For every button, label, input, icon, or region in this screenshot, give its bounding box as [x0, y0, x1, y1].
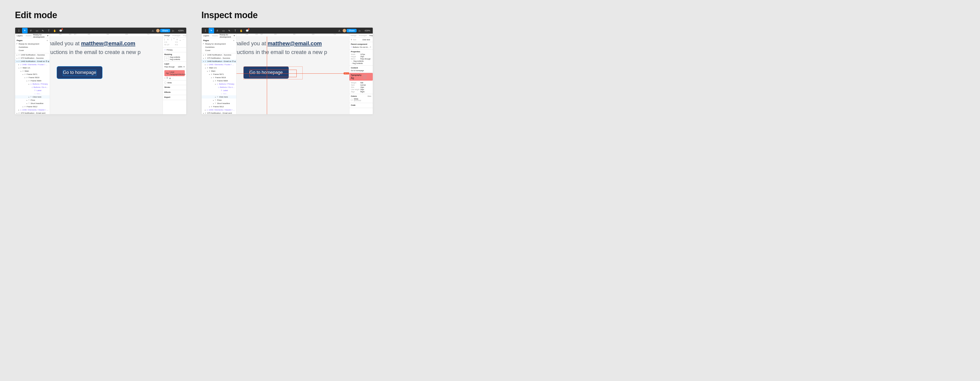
avatar[interactable]	[343, 29, 346, 32]
visibility-icon[interactable]: ◉	[234, 61, 236, 62]
layer-row[interactable]: ▸#Frame 5884	[202, 79, 236, 82]
layer-row[interactable]: TLabel	[15, 89, 50, 92]
page-item[interactable]: Ready for development	[202, 42, 236, 46]
layer-row[interactable]: ▸#Main 1/1	[202, 66, 236, 69]
layer-row[interactable]: ▸TPrice	[202, 99, 236, 102]
chevron-icon[interactable]: ▸	[203, 112, 204, 114]
chevron-icon[interactable]: ▸	[20, 70, 22, 72]
chevron-icon[interactable]: ▸	[213, 80, 214, 81]
missing-fonts-icon[interactable]: ⚠	[150, 28, 156, 33]
tab-inspect[interactable]: Inspect	[181, 33, 186, 38]
layer-row[interactable]: ▾#1448 Notification - Email sent⦿◉	[202, 60, 236, 63]
hand-tool[interactable]: ✋	[52, 28, 57, 33]
chevron-icon[interactable]: ▸	[205, 64, 206, 65]
y-value[interactable]: 0	[177, 41, 178, 43]
layer-row[interactable]: ▸TPrice	[15, 99, 50, 102]
chevron-icon[interactable]: ▸	[203, 57, 204, 59]
avatar[interactable]	[156, 29, 160, 32]
tab-prototype[interactable]: Prototype	[171, 33, 181, 38]
layer-row[interactable]: ▸#375 Notification - Email sent	[15, 112, 50, 114]
page-item[interactable]: Ready for development	[15, 42, 50, 46]
layer-row[interactable]: ▸#375 Notification - Success	[15, 56, 50, 60]
layer-row[interactable]: ▾#1448 Notification - Email sent⦿◉	[15, 60, 50, 63]
frame-tool[interactable]: #	[28, 28, 33, 33]
canvas[interactable]: 248300327400500600714800 nailed you at m…	[237, 33, 349, 114]
layer-row[interactable]: ▸TShort headline	[15, 102, 50, 105]
chevron-icon[interactable]: ▸	[24, 77, 25, 78]
chevron-icon[interactable]: ▸	[26, 80, 28, 81]
chevron-icon[interactable]: ▸	[16, 54, 18, 56]
resize-diagram-icon[interactable]	[164, 56, 169, 61]
fill-swatch-icon[interactable]	[164, 81, 166, 84]
text-tool[interactable]: T	[46, 28, 51, 33]
comment-tool[interactable]: 💬	[245, 28, 250, 33]
missing-fonts-icon[interactable]: ⚠	[337, 28, 342, 33]
chevron-icon[interactable]: ▸	[215, 96, 216, 98]
pen-tool[interactable]: ✎	[226, 28, 232, 33]
move-tool[interactable]	[208, 28, 214, 33]
page-item[interactable]: Guidelines	[15, 46, 50, 49]
menu-icon[interactable]	[203, 28, 208, 33]
page-item[interactable]: Cover	[15, 49, 50, 52]
chevron-icon[interactable]: ▸	[207, 70, 208, 72]
layer-row[interactable]: ▸#Main	[202, 69, 236, 73]
layer-row[interactable]: ▸#Main	[15, 69, 50, 73]
text-tool[interactable]: T	[232, 28, 238, 33]
layer-row[interactable]: ▸#Frame 5818	[202, 76, 236, 79]
add-page-button[interactable]: ＋	[233, 39, 235, 42]
layer-row[interactable]: ◇Buttons / Do not chan...	[202, 86, 236, 89]
chevron-icon[interactable]: ▸	[18, 64, 19, 65]
layer-row[interactable]: ▸◇1448 / Elements / Footer / Sign out	[15, 63, 50, 66]
layer-row[interactable]: ▸◇1448 / Elements / Footer / Sign out	[202, 63, 236, 66]
zoom-level[interactable]: 429%	[177, 29, 185, 32]
chevron-icon[interactable]: ▸	[22, 73, 24, 75]
tab-assets[interactable]: Assets	[24, 33, 33, 38]
layer-row[interactable]: ◇Buttons / Do not chan...	[15, 86, 50, 89]
blend-mode[interactable]: Pass through	[164, 66, 175, 68]
hug-vertical[interactable]: Hug contents	[170, 59, 180, 60]
page-item[interactable]: Cover	[202, 49, 236, 52]
hug-horizontal[interactable]: Hug contents	[170, 56, 180, 58]
layer-row[interactable]: ▸#1448 Notification - Success	[202, 53, 236, 56]
layer-row[interactable]: TLabel	[202, 89, 236, 92]
zoom-level[interactable]: 429%	[363, 29, 372, 32]
chevron-icon[interactable]: ▸	[211, 77, 212, 78]
share-button[interactable]: Share	[160, 29, 170, 32]
layer-row[interactable]: ▸TShort headline	[202, 102, 236, 105]
chevron-icon[interactable]: ▸	[26, 102, 28, 104]
layer-row[interactable]: ▸#375 Notification - Email sent	[202, 112, 236, 114]
chevron-icon[interactable]: ▾	[203, 61, 204, 62]
move-tool[interactable]	[22, 28, 28, 33]
layer-row[interactable]: ▸#Frame 5818	[15, 76, 50, 79]
layer-row[interactable]: ▸TClick here	[15, 95, 50, 99]
opacity-value[interactable]: 100%	[178, 66, 182, 68]
w-value[interactable]: 127	[167, 44, 170, 46]
layer-row[interactable]: ▸◇1448 / Elements / Header / Sign in	[15, 108, 50, 112]
layer-row[interactable]: ▸#Frame 5871	[202, 73, 236, 76]
tab-assets[interactable]: Assets	[211, 33, 220, 38]
chevron-icon[interactable]: ▸	[208, 106, 210, 107]
chevron-icon[interactable]: ▸	[26, 99, 28, 101]
chevron-icon[interactable]: ▸	[22, 106, 24, 107]
chevron-icon[interactable]: ▸	[205, 67, 206, 69]
h-value[interactable]: 0	[177, 44, 178, 46]
pen-tool[interactable]: ✎	[40, 28, 46, 33]
layer-row[interactable]: ▸#375 Notification - Success	[202, 56, 236, 60]
hand-tool[interactable]: ✋	[239, 28, 244, 33]
tab-layers[interactable]: Layers	[15, 33, 24, 38]
layer-row[interactable]: ▸#Frame 5812	[15, 105, 50, 108]
chevron-icon[interactable]: ▸	[205, 109, 206, 111]
colors-mode[interactable]: Hex	[368, 95, 371, 97]
tab-design[interactable]: Design	[163, 33, 171, 38]
add-page-button[interactable]: ＋	[46, 39, 48, 42]
layer-row[interactable]: ▸#Frame 5812	[202, 105, 236, 108]
present-icon[interactable]: ▷	[357, 28, 363, 33]
frame-tool[interactable]: #	[215, 28, 220, 33]
tab-design[interactable]: Design	[349, 33, 358, 38]
chevron-icon[interactable]: ▸	[28, 96, 30, 98]
chevron-icon[interactable]: ▸	[16, 112, 18, 114]
chevron-icon[interactable]: ▸	[208, 73, 210, 75]
chevron-icon[interactable]: ▸	[215, 83, 216, 85]
x-value[interactable]: 9	[166, 41, 167, 43]
chevron-icon[interactable]: ▸	[213, 99, 214, 101]
